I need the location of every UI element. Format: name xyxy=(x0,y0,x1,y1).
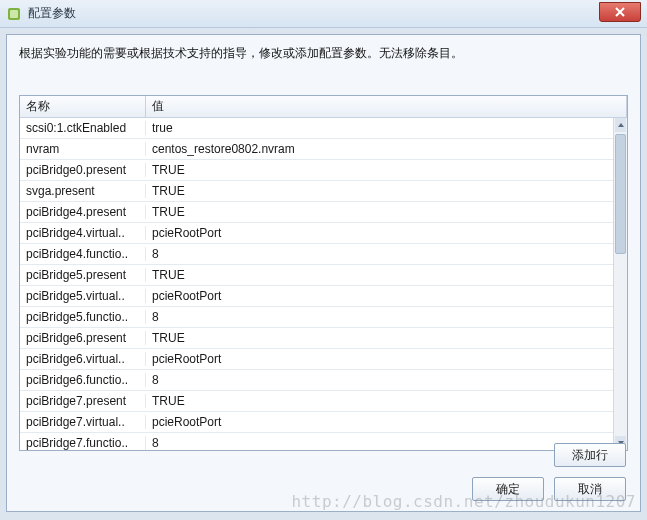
cell-name: pciBridge4.virtual.. xyxy=(20,226,146,240)
svg-rect-1 xyxy=(10,10,18,18)
cell-name: pciBridge7.virtual.. xyxy=(20,415,146,429)
cell-value: pcieRootPort xyxy=(146,226,613,240)
cell-value: true xyxy=(146,121,613,135)
table-row[interactable]: pciBridge6.virtual..pcieRootPort xyxy=(20,349,613,370)
scroll-up-arrow[interactable] xyxy=(615,118,626,132)
cell-name: pciBridge5.virtual.. xyxy=(20,289,146,303)
cell-name: pciBridge4.present xyxy=(20,205,146,219)
table-row[interactable]: pciBridge7.virtual..pcieRootPort xyxy=(20,412,613,433)
window-title: 配置参数 xyxy=(28,5,76,22)
cell-name: pciBridge6.present xyxy=(20,331,146,345)
table-row[interactable]: pciBridge6.presentTRUE xyxy=(20,328,613,349)
cell-name: pciBridge4.functio.. xyxy=(20,247,146,261)
cell-value: pcieRootPort xyxy=(146,352,613,366)
description-text: 根据实验功能的需要或根据技术支持的指导，修改或添加配置参数。无法移除条目。 xyxy=(7,35,640,68)
cell-value: pcieRootPort xyxy=(146,415,613,429)
cell-value: 8 xyxy=(146,373,613,387)
cell-value: TRUE xyxy=(146,205,613,219)
cell-value: TRUE xyxy=(146,268,613,282)
table-row[interactable]: pciBridge0.presentTRUE xyxy=(20,160,613,181)
cell-name: pciBridge6.functio.. xyxy=(20,373,146,387)
table-row[interactable]: pciBridge6.functio..8 xyxy=(20,370,613,391)
cell-value: TRUE xyxy=(146,163,613,177)
table-row[interactable]: pciBridge4.virtual..pcieRootPort xyxy=(20,223,613,244)
table-body: scsi0:1.ctkEnabledtruenvramcentos_restor… xyxy=(20,118,627,450)
column-header-value[interactable]: 值 xyxy=(146,96,627,117)
table-row[interactable]: pciBridge7.presentTRUE xyxy=(20,391,613,412)
cell-name: pciBridge6.virtual.. xyxy=(20,352,146,366)
config-table: 名称 值 scsi0:1.ctkEnabledtruenvramcentos_r… xyxy=(19,95,628,451)
vertical-scrollbar[interactable] xyxy=(613,118,627,450)
table-row[interactable]: nvramcentos_restore0802.nvram xyxy=(20,139,613,160)
table-row[interactable]: pciBridge5.virtual..pcieRootPort xyxy=(20,286,613,307)
table-row[interactable]: pciBridge5.presentTRUE xyxy=(20,265,613,286)
add-row-button[interactable]: 添加行 xyxy=(554,443,626,467)
cell-value: 8 xyxy=(146,247,613,261)
table-row[interactable]: pciBridge4.functio..8 xyxy=(20,244,613,265)
button-area: 添加行 确定 取消 xyxy=(472,443,626,501)
cancel-button[interactable]: 取消 xyxy=(554,477,626,501)
table-row[interactable]: svga.presentTRUE xyxy=(20,181,613,202)
column-header-name[interactable]: 名称 xyxy=(20,96,146,117)
cell-value: TRUE xyxy=(146,394,613,408)
cell-value: 8 xyxy=(146,310,613,324)
cell-name: scsi0:1.ctkEnabled xyxy=(20,121,146,135)
table-row[interactable]: scsi0:1.ctkEnabledtrue xyxy=(20,118,613,139)
cell-name: pciBridge5.functio.. xyxy=(20,310,146,324)
app-icon xyxy=(6,6,22,22)
cell-name: nvram xyxy=(20,142,146,156)
cell-name: pciBridge7.present xyxy=(20,394,146,408)
cell-value: pcieRootPort xyxy=(146,289,613,303)
dialog-panel: 根据实验功能的需要或根据技术支持的指导，修改或添加配置参数。无法移除条目。 名称… xyxy=(6,34,641,512)
cell-name: svga.present xyxy=(20,184,146,198)
ok-button[interactable]: 确定 xyxy=(472,477,544,501)
scroll-thumb[interactable] xyxy=(615,134,626,254)
cell-value: TRUE xyxy=(146,331,613,345)
table-header: 名称 值 xyxy=(20,96,627,118)
close-button[interactable] xyxy=(599,2,641,22)
cell-name: pciBridge7.functio.. xyxy=(20,436,146,450)
cell-name: pciBridge5.present xyxy=(20,268,146,282)
table-row[interactable]: pciBridge5.functio..8 xyxy=(20,307,613,328)
cell-name: pciBridge0.present xyxy=(20,163,146,177)
cell-value: TRUE xyxy=(146,184,613,198)
cell-value: centos_restore0802.nvram xyxy=(146,142,613,156)
titlebar: 配置参数 xyxy=(0,0,647,28)
table-row[interactable]: pciBridge4.presentTRUE xyxy=(20,202,613,223)
